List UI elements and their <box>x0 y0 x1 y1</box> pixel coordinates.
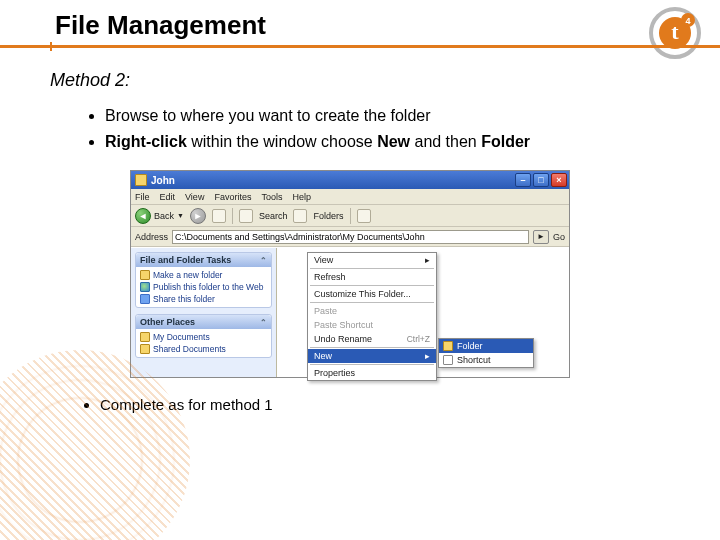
bullet-item-1: Browse to where you want to create the f… <box>105 105 658 127</box>
folder-icon <box>443 341 453 351</box>
forward-button[interactable]: ► <box>190 208 206 224</box>
maximize-button[interactable]: □ <box>533 173 549 187</box>
views-button[interactable] <box>357 209 371 223</box>
ctx-refresh[interactable]: Refresh <box>308 270 436 284</box>
folders-button[interactable]: Folders <box>313 211 343 221</box>
search-button[interactable]: Search <box>259 211 288 221</box>
panel-heading: Other Places <box>140 317 195 327</box>
collapse-icon[interactable]: ⌃ <box>260 256 267 265</box>
menu-favorites[interactable]: Favorites <box>214 192 251 202</box>
toolbar-separator <box>232 208 233 224</box>
window-titlebar: John – □ × <box>131 171 569 189</box>
logo-badge-number: 4 <box>685 16 690 26</box>
decorative-circles <box>0 350 190 540</box>
folder-view[interactable]: View▸ Refresh Customize This Folder... P… <box>277 248 569 377</box>
share-icon <box>140 294 150 304</box>
other-places-panel: Other Places⌃ My Documents Shared Docume… <box>135 314 272 358</box>
ctx-view[interactable]: View▸ <box>308 253 436 267</box>
toolbar: ◄ Back ▼ ► Search Folders <box>131 205 569 227</box>
brand-logo: t 4 <box>648 6 702 64</box>
window-title: John <box>151 175 513 186</box>
task-make-folder[interactable]: Make a new folder <box>140 269 267 281</box>
embedded-screenshot: John – □ × File Edit View Favorites Tool… <box>130 170 570 378</box>
globe-icon <box>140 282 150 292</box>
panel-heading: File and Folder Tasks <box>140 255 231 265</box>
go-label: Go <box>553 232 565 242</box>
task-publish[interactable]: Publish this folder to the Web <box>140 281 267 293</box>
back-button[interactable]: ◄ Back ▼ <box>135 208 184 224</box>
task-sidebar: File and Folder Tasks⌃ Make a new folder… <box>131 248 277 377</box>
menu-help[interactable]: Help <box>292 192 311 202</box>
folder-icon <box>140 270 150 280</box>
submenu-folder[interactable]: Folder <box>439 339 533 353</box>
menu-file[interactable]: File <box>135 192 150 202</box>
menu-separator <box>310 347 434 348</box>
menu-tools[interactable]: Tools <box>261 192 282 202</box>
submenu-shortcut[interactable]: Shortcut <box>439 353 533 367</box>
toolbar-separator <box>350 208 351 224</box>
folder-icon <box>140 332 150 342</box>
bullet-list-bottom: Complete as for method 1 <box>0 396 720 413</box>
address-input[interactable] <box>172 230 529 244</box>
file-folder-tasks-panel: File and Folder Tasks⌃ Make a new folder… <box>135 252 272 308</box>
ctx-new[interactable]: New▸ <box>308 349 436 363</box>
svg-text:t: t <box>671 19 679 44</box>
shortcut-icon <box>443 355 453 365</box>
page-title: File Management <box>0 0 720 45</box>
menu-edit[interactable]: Edit <box>160 192 176 202</box>
bullet-item-3: Complete as for method 1 <box>100 396 658 413</box>
new-submenu: Folder Shortcut <box>438 338 534 368</box>
bullet-list-top: Browse to where you want to create the f… <box>0 105 720 152</box>
ctx-paste: Paste <box>308 304 436 318</box>
folder-icon <box>140 344 150 354</box>
menu-separator <box>310 302 434 303</box>
place-my-documents[interactable]: My Documents <box>140 331 267 343</box>
back-arrow-icon: ◄ <box>135 208 151 224</box>
menu-separator <box>310 364 434 365</box>
minimize-button[interactable]: – <box>515 173 531 187</box>
up-button[interactable] <box>212 209 226 223</box>
title-rule <box>0 45 720 48</box>
method-subhead: Method 2: <box>0 48 720 91</box>
close-button[interactable]: × <box>551 173 567 187</box>
context-menu: View▸ Refresh Customize This Folder... P… <box>307 252 437 381</box>
task-share[interactable]: Share this folder <box>140 293 267 305</box>
address-label: Address <box>135 232 168 242</box>
ctx-properties[interactable]: Properties <box>308 366 436 380</box>
search-icon <box>239 209 253 223</box>
menu-view[interactable]: View <box>185 192 204 202</box>
menubar: File Edit View Favorites Tools Help <box>131 189 569 205</box>
collapse-icon[interactable]: ⌃ <box>260 318 267 327</box>
menu-separator <box>310 268 434 269</box>
go-button[interactable]: ► <box>533 230 549 244</box>
ctx-undo[interactable]: Undo RenameCtrl+Z <box>308 332 436 346</box>
place-shared-documents[interactable]: Shared Documents <box>140 343 267 355</box>
ctx-customize[interactable]: Customize This Folder... <box>308 287 436 301</box>
folders-icon <box>293 209 307 223</box>
address-bar: Address ► Go <box>131 227 569 247</box>
folder-icon <box>135 174 147 186</box>
bullet-item-2: Right-click within the window choose New… <box>105 131 658 153</box>
ctx-paste-shortcut: Paste Shortcut <box>308 318 436 332</box>
menu-separator <box>310 285 434 286</box>
